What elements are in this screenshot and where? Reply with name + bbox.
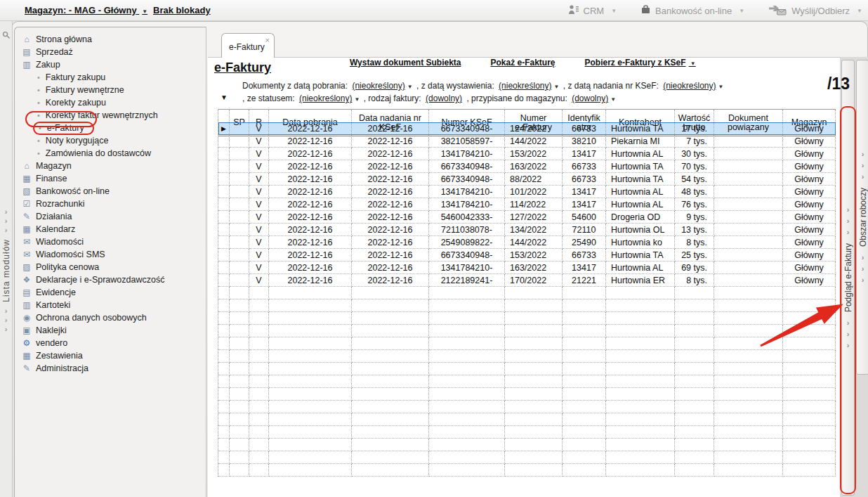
table-row[interactable]: V2022-12-162022-12-163821058597-144/2022… <box>218 135 836 148</box>
table-row[interactable]: V2022-12-162022-12-161341784210-153/2022… <box>218 148 836 160</box>
warehouse-selector-label: Magazyn: - MAG - Główny <box>25 5 137 15</box>
action-link-pobierz-e-faktury-z-ksef[interactable]: Pobierz e-Faktury z KSeF ▼ <box>585 58 696 67</box>
filter-value-link[interactable]: (nieokreślony) <box>299 93 352 103</box>
sidebar-item-e-faktury[interactable]: •e-Faktury <box>15 122 206 134</box>
row-selector-cell <box>218 325 230 337</box>
sidebar-item-kartoteki[interactable]: ▥Kartoteki <box>15 299 206 311</box>
table-row[interactable]: V2022-12-162022-12-167211038078-134/2022… <box>218 224 836 236</box>
administration-icon: ✎ <box>20 363 33 373</box>
side-tab-podglad-e-faktury[interactable]: › › › Podgląd e-Faktury › › › <box>841 60 855 496</box>
table-cell <box>714 186 783 198</box>
table-cell <box>606 451 675 464</box>
filter-row-2: , ze statusem: (nieokreślony)▼ , rodzaj … <box>242 93 617 103</box>
table-row[interactable]: V2022-12-162022-12-166673340948-88/20226… <box>218 173 836 186</box>
bullet-icon: • <box>37 149 40 157</box>
sidebar-item-vendero[interactable]: ⚙vendero <box>15 337 206 349</box>
table-cell <box>783 388 836 401</box>
topbar-button-wyslij-odbierz[interactable]: Wyślij/Odbierz▼ <box>768 4 862 18</box>
sidebar-item-ochrona-danych-osobowych[interactable]: ◉Ochrona danych osobowych <box>15 311 206 324</box>
table-row[interactable]: V2022-12-162022-12-161341784210-163/2022… <box>218 262 836 274</box>
table-cell <box>249 413 269 426</box>
filter-label: Dokumenty z datą pobrania: <box>242 81 350 91</box>
reports-icon: ▦ <box>20 351 33 361</box>
table-row[interactable]: ▶V2022-12-162022-12-166673340948-124/202… <box>218 122 836 135</box>
table-row[interactable]: V2022-12-162022-12-161341784210-101/2022… <box>218 186 836 198</box>
table-cell: 2022-12-16 <box>352 160 429 173</box>
side-tab-obszar-roboczy[interactable]: › › › Obszar roboczy › › › <box>856 60 868 375</box>
filter-dropdown-icon[interactable]: ▼ <box>221 93 228 101</box>
table-cell <box>230 186 249 198</box>
sidebar-item-faktury-zakupu[interactable]: •Faktury zakupu <box>15 71 206 84</box>
table-cell: 7 tys. <box>675 135 714 148</box>
topbar-button-crm[interactable]: CRM▼ <box>567 4 617 18</box>
table-cell <box>606 337 675 350</box>
filter-value-link[interactable]: (nieokreślony) <box>352 81 405 91</box>
table-cell <box>563 439 606 451</box>
table-cell: V <box>249 198 269 211</box>
table-cell: 2022-12-16 <box>352 173 429 186</box>
table-row[interactable]: V2022-12-162022-12-162122189241-170/2022… <box>218 274 836 287</box>
pin-icon[interactable] <box>2 30 11 42</box>
sidebar-item-strona-glowna[interactable]: ⌂Strona główna <box>15 33 206 46</box>
sidebar-item-rozrachunki[interactable]: ☑Rozrachunki <box>15 198 206 210</box>
row-selector-cell: ▶ <box>218 122 230 135</box>
sidebar-item-noty-korygujace[interactable]: •Noty korygujące <box>15 134 206 147</box>
sidebar-item-faktury-wewnetrzne[interactable]: •Faktury wewnętrzne <box>15 84 206 96</box>
row-selector-cell <box>218 135 230 148</box>
topbar-button-bankowosc-on-line[interactable]: Bankowość on-line▼ <box>640 4 744 17</box>
table-cell: 101/2022 <box>505 186 563 198</box>
close-icon[interactable]: × <box>265 36 270 44</box>
action-link-pokaz-e-fakture[interactable]: Pokaż e-Fakturę <box>490 58 555 67</box>
sidebar-item-label: Sprzedaż <box>36 47 73 57</box>
sidebar-item-wiadomosci-sms[interactable]: ✉Wiadomości SMS <box>15 248 206 261</box>
table-row[interactable]: V2022-12-162022-12-166673340948-163/2022… <box>218 160 836 173</box>
filter-value-link[interactable]: (nieokreślony) <box>663 81 716 91</box>
sms-icon: ✉ <box>20 250 33 259</box>
table-cell: Główny <box>783 262 836 274</box>
chevron-down-icon[interactable]: ▼ <box>718 84 724 90</box>
chevron-down-icon[interactable]: ▼ <box>553 84 559 90</box>
sidebar-item-naklejki[interactable]: ▣Naklejki <box>15 324 206 337</box>
table-cell <box>606 287 675 299</box>
table-row[interactable]: V2022-12-162022-12-166673340948-153/2022… <box>218 249 836 262</box>
sidebar-item-bankowosc-on-line[interactable]: ▧Bankowość on-line <box>15 185 206 198</box>
table-cell: 76 tys. <box>675 198 714 211</box>
action-link-wystaw-dokument-subiekta[interactable]: Wystaw dokument Subiekta <box>350 58 461 67</box>
table-cell: 2022-12-16 <box>352 198 429 211</box>
sidebar-item-deklaracje-i-e-sprawozdawczosc[interactable]: ❖Deklaracje i e-Sprawozdawczość <box>15 273 206 286</box>
table-cell <box>429 299 505 312</box>
table-cell: 2022-12-16 <box>269 186 352 198</box>
sidebar-item-zamowienia-do-dostawcow[interactable]: •Zamówienia do dostawców <box>15 147 206 160</box>
sidebar-item-finanse[interactable]: ▦Finanse <box>15 172 206 185</box>
filter-value-link[interactable]: (nieokreślony) <box>499 81 551 91</box>
table-cell <box>714 274 783 287</box>
sidebar-item-dzialania[interactable]: ✎Działania <box>15 210 206 223</box>
sidebar-item-zestawienia[interactable]: ▦Zestawienia <box>15 349 206 362</box>
table-row[interactable]: V2022-12-162022-12-161341784210-114/2022… <box>218 198 836 211</box>
sidebar-item-magazyn[interactable]: ⌂Magazyn <box>15 160 206 172</box>
filter-value-link[interactable]: (dowolny) <box>572 93 608 103</box>
lock-status-link[interactable]: Brak blokady <box>153 5 211 15</box>
sidebar-item-zakup[interactable]: ▥Zakup <box>15 58 206 71</box>
module-list-collapsed-strip[interactable]: › › › Lista modułów › › › <box>0 21 13 497</box>
tab-e-faktury[interactable]: e-Faktury × <box>221 33 275 58</box>
table-cell <box>783 287 836 299</box>
table-row[interactable]: V2022-12-162022-12-165460042333-127/2022… <box>218 211 836 224</box>
sidebar-item-korekty-faktur-wewnetrznych[interactable]: •Korekty faktur wewnętrznych <box>15 109 206 122</box>
sidebar-item-polityka-cenowa[interactable]: ▨Polityka cenowa <box>15 261 206 273</box>
filter-value-link[interactable]: (dowolny) <box>426 93 462 103</box>
sidebar-item-korekty-zakupu[interactable]: •Korekty zakupu <box>15 96 206 109</box>
warehouse-selector[interactable]: Magazyn: - MAG - Główny ▼ <box>25 5 147 15</box>
table-cell <box>563 350 606 363</box>
sidebar-item-wiadomosci[interactable]: ✉Wiadomości <box>15 235 206 248</box>
table-row[interactable]: V2022-12-162022-12-162549089822-144/2022… <box>218 236 836 249</box>
sidebar-item-kalendarz[interactable]: ▦Kalendarz <box>15 223 206 235</box>
chevron-down-icon[interactable]: ▼ <box>354 96 360 103</box>
chevron-down-icon[interactable]: ▼ <box>610 96 616 103</box>
sidebar-item-sprzedaz[interactable]: ▤Sprzedaż <box>15 46 206 58</box>
sidebar-item-administracja[interactable]: ✎Administracja <box>15 362 206 375</box>
table-cell <box>783 299 836 312</box>
chevron-down-icon[interactable]: ▼ <box>407 84 413 90</box>
sidebar-item-ewidencje[interactable]: ▤Ewidencje <box>15 286 206 299</box>
table-cell: 88/2022 <box>505 173 563 186</box>
